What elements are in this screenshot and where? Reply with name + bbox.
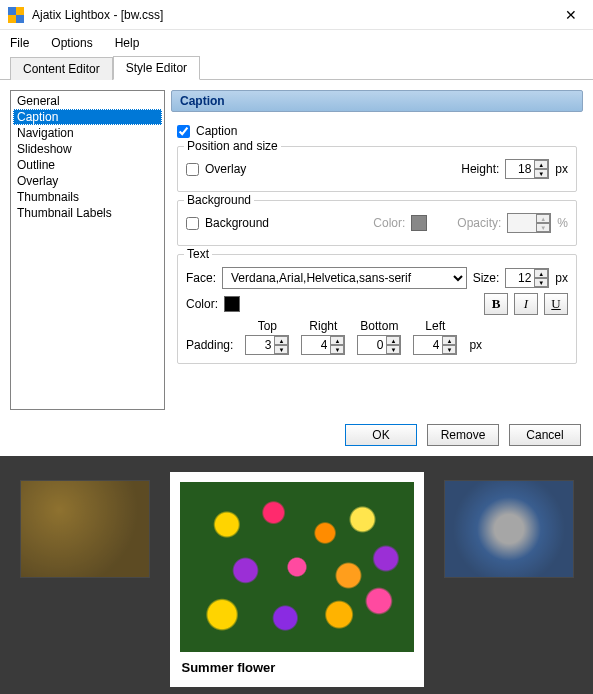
preview-card: Summer flower <box>170 472 424 687</box>
close-button[interactable]: ✕ <box>557 7 585 23</box>
background-checkbox[interactable] <box>186 217 199 230</box>
pad-unit: px <box>469 338 482 355</box>
window-title: Ajatix Lightbox - [bw.css] <box>32 8 557 22</box>
underline-button[interactable]: U <box>544 293 568 315</box>
text-color-label: Color: <box>186 297 218 311</box>
height-down[interactable]: ▼ <box>534 169 548 178</box>
padding-label: Padding: <box>186 338 233 355</box>
size-down[interactable]: ▼ <box>534 278 548 287</box>
cat-overlay[interactable]: Overlay <box>13 173 162 189</box>
menu-options[interactable]: Options <box>47 34 96 52</box>
bg-opacity-spinner: ▲▼ <box>507 213 551 233</box>
height-up[interactable]: ▲ <box>534 160 548 169</box>
pad-top-input[interactable] <box>246 338 274 352</box>
preview-image <box>180 482 414 652</box>
cat-outline[interactable]: Outline <box>13 157 162 173</box>
category-list[interactable]: General Caption Navigation Slideshow Out… <box>10 90 165 410</box>
face-select[interactable]: Verdana,Arial,Helvetica,sans-serif <box>222 267 467 289</box>
menubar: File Options Help <box>0 30 593 56</box>
editor-content: General Caption Navigation Slideshow Out… <box>0 80 593 420</box>
face-label: Face: <box>186 271 216 285</box>
bg-opacity-input <box>508 216 536 230</box>
legend-text: Text <box>184 247 212 261</box>
app-icon <box>8 7 24 23</box>
size-input[interactable] <box>506 271 534 285</box>
legend-position-size: Position and size <box>184 139 281 153</box>
pad-left-input[interactable] <box>414 338 442 352</box>
cat-slideshow[interactable]: Slideshow <box>13 141 162 157</box>
pad-top-spinner[interactable]: ▲▼ <box>245 335 289 355</box>
bg-color-swatch <box>411 215 427 231</box>
pad-right-input[interactable] <box>302 338 330 352</box>
bg-opacity-down: ▼ <box>536 223 550 232</box>
preview-caption: Summer flower <box>180 652 414 677</box>
pad-right-label: Right <box>309 319 337 333</box>
cat-caption[interactable]: Caption <box>13 109 162 125</box>
background-label: Background <box>205 216 269 230</box>
pad-left-label: Left <box>425 319 445 333</box>
size-unit: px <box>555 271 568 285</box>
height-label: Height: <box>461 162 499 176</box>
pad-bottom-spinner[interactable]: ▲▼ <box>357 335 401 355</box>
titlebar: Ajatix Lightbox - [bw.css] ✕ <box>0 0 593 30</box>
dialog-buttons: OK Remove Cancel <box>0 420 593 456</box>
fieldset-text: Text Face: Verdana,Arial,Helvetica,sans-… <box>177 254 577 364</box>
pad-right-spinner[interactable]: ▲▼ <box>301 335 345 355</box>
tabstrip: Content Editor Style Editor <box>0 56 593 80</box>
height-spinner[interactable]: ▲▼ <box>505 159 549 179</box>
menu-help[interactable]: Help <box>111 34 144 52</box>
cat-thumbnail-labels[interactable]: Thumbnail Labels <box>13 205 162 221</box>
tab-style-editor[interactable]: Style Editor <box>113 56 200 80</box>
menu-file[interactable]: File <box>6 34 33 52</box>
pad-left-spinner[interactable]: ▲▼ <box>413 335 457 355</box>
cat-general[interactable]: General <box>13 93 162 109</box>
cat-thumbnails[interactable]: Thumbnails <box>13 189 162 205</box>
text-color-swatch[interactable] <box>224 296 240 312</box>
bg-opacity-unit: % <box>557 216 568 230</box>
bg-color-label: Color: <box>373 216 405 230</box>
preview-thumb-prev[interactable] <box>20 480 150 578</box>
height-input[interactable] <box>506 162 534 176</box>
italic-button[interactable]: I <box>514 293 538 315</box>
cat-navigation[interactable]: Navigation <box>13 125 162 141</box>
size-spinner[interactable]: ▲▼ <box>505 268 549 288</box>
height-unit: px <box>555 162 568 176</box>
size-label: Size: <box>473 271 500 285</box>
settings-panel: Caption Caption Position and size Overla… <box>171 90 583 410</box>
overlay-label: Overlay <box>205 162 246 176</box>
panel-header: Caption <box>171 90 583 112</box>
pad-bottom-input[interactable] <box>358 338 386 352</box>
preview-area: Summer flower <box>0 456 593 694</box>
bg-opacity-up: ▲ <box>536 214 550 223</box>
legend-background: Background <box>184 193 254 207</box>
fieldset-background: Background Background Color: Opacity: ▲▼… <box>177 200 577 246</box>
remove-button[interactable]: Remove <box>427 424 499 446</box>
tab-content-editor[interactable]: Content Editor <box>10 57 113 80</box>
bg-opacity-label: Opacity: <box>457 216 501 230</box>
pad-bottom-label: Bottom <box>360 319 398 333</box>
overlay-checkbox[interactable] <box>186 163 199 176</box>
bold-button[interactable]: B <box>484 293 508 315</box>
preview-thumb-next[interactable] <box>444 480 574 578</box>
ok-button[interactable]: OK <box>345 424 417 446</box>
caption-checkbox[interactable] <box>177 125 190 138</box>
size-up[interactable]: ▲ <box>534 269 548 278</box>
fieldset-position-size: Position and size Overlay Height: ▲▼ px <box>177 146 577 192</box>
caption-checkbox-label: Caption <box>196 124 237 138</box>
cancel-button[interactable]: Cancel <box>509 424 581 446</box>
pad-top-label: Top <box>258 319 277 333</box>
